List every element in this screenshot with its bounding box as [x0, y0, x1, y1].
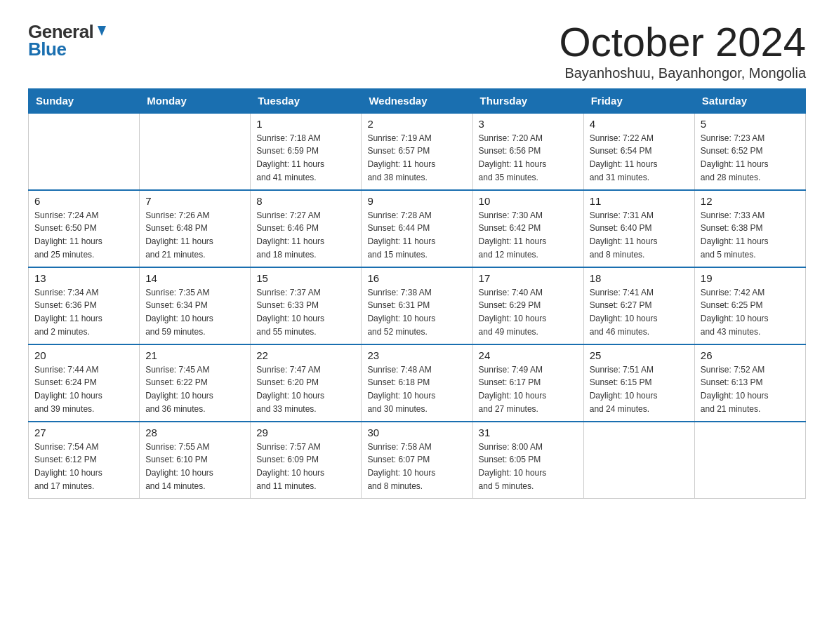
day-info: Sunrise: 8:00 AM Sunset: 6:05 PM Dayligh… [479, 441, 578, 492]
day-info: Sunrise: 7:58 AM Sunset: 6:07 PM Dayligh… [367, 441, 466, 492]
day-number: 23 [367, 349, 466, 361]
day-info: Sunrise: 7:22 AM Sunset: 6:54 PM Dayligh… [590, 132, 689, 184]
day-number: 13 [34, 272, 133, 284]
day-info: Sunrise: 7:28 AM Sunset: 6:44 PM Dayligh… [367, 209, 466, 261]
day-info: Sunrise: 7:27 AM Sunset: 6:46 PM Dayligh… [256, 209, 355, 261]
logo-blue-text: Blue [28, 39, 66, 60]
calendar-week-1: 1Sunrise: 7:18 AM Sunset: 6:59 PM Daylig… [29, 113, 806, 190]
day-info: Sunrise: 7:54 AM Sunset: 6:12 PM Dayligh… [34, 441, 133, 492]
day-info: Sunrise: 7:18 AM Sunset: 6:59 PM Dayligh… [256, 132, 355, 184]
calendar-cell: 7Sunrise: 7:26 AM Sunset: 6:48 PM Daylig… [140, 190, 251, 267]
day-number: 29 [256, 427, 355, 438]
logo: General Blue [28, 21, 110, 60]
day-number: 19 [701, 272, 800, 284]
calendar-cell [694, 422, 805, 499]
logo-arrow-icon [94, 23, 110, 39]
day-number: 15 [256, 272, 355, 284]
day-info: Sunrise: 7:24 AM Sunset: 6:50 PM Dayligh… [34, 209, 133, 261]
calendar-cell: 11Sunrise: 7:31 AM Sunset: 6:40 PM Dayli… [583, 190, 694, 267]
calendar-cell: 26Sunrise: 7:52 AM Sunset: 6:13 PM Dayli… [694, 344, 805, 422]
day-info: Sunrise: 7:38 AM Sunset: 6:31 PM Dayligh… [367, 286, 466, 338]
calendar-cell: 14Sunrise: 7:35 AM Sunset: 6:34 PM Dayli… [140, 267, 251, 344]
day-info: Sunrise: 7:20 AM Sunset: 6:56 PM Dayligh… [479, 132, 578, 184]
calendar-cell: 9Sunrise: 7:28 AM Sunset: 6:44 PM Daylig… [362, 190, 472, 267]
page-header: General Blue October 2024 Bayanhoshuu, B… [28, 21, 806, 81]
day-info: Sunrise: 7:23 AM Sunset: 6:52 PM Dayligh… [701, 132, 800, 184]
day-number: 22 [256, 349, 355, 361]
calendar-cell: 22Sunrise: 7:47 AM Sunset: 6:20 PM Dayli… [251, 344, 362, 422]
day-info: Sunrise: 7:35 AM Sunset: 6:34 PM Dayligh… [145, 286, 244, 338]
day-info: Sunrise: 7:37 AM Sunset: 6:33 PM Dayligh… [256, 286, 355, 338]
calendar-cell: 13Sunrise: 7:34 AM Sunset: 6:36 PM Dayli… [29, 267, 140, 344]
day-info: Sunrise: 7:44 AM Sunset: 6:24 PM Dayligh… [34, 363, 133, 415]
day-number: 8 [256, 195, 355, 207]
calendar-cell: 15Sunrise: 7:37 AM Sunset: 6:33 PM Dayli… [251, 267, 362, 344]
calendar-cell: 20Sunrise: 7:44 AM Sunset: 6:24 PM Dayli… [29, 344, 140, 422]
day-number: 12 [701, 195, 800, 207]
day-info: Sunrise: 7:30 AM Sunset: 6:42 PM Dayligh… [479, 209, 578, 261]
day-number: 30 [367, 427, 466, 438]
calendar-cell: 27Sunrise: 7:54 AM Sunset: 6:12 PM Dayli… [29, 422, 140, 499]
calendar-cell: 24Sunrise: 7:49 AM Sunset: 6:17 PM Dayli… [472, 344, 583, 422]
day-number: 7 [145, 195, 244, 207]
day-number: 17 [479, 272, 578, 284]
day-number: 24 [479, 349, 578, 361]
calendar-cell [140, 113, 251, 190]
day-number: 28 [145, 427, 244, 438]
day-info: Sunrise: 7:33 AM Sunset: 6:38 PM Dayligh… [701, 209, 800, 261]
column-header-monday: Monday [140, 88, 251, 113]
day-number: 3 [479, 118, 578, 130]
calendar-cell [583, 422, 694, 499]
svg-marker-0 [98, 26, 106, 36]
calendar-cell: 28Sunrise: 7:55 AM Sunset: 6:10 PM Dayli… [140, 422, 251, 499]
calendar-cell: 3Sunrise: 7:20 AM Sunset: 6:56 PM Daylig… [472, 113, 583, 190]
day-number: 31 [479, 427, 578, 438]
calendar-cell: 19Sunrise: 7:42 AM Sunset: 6:25 PM Dayli… [694, 267, 805, 344]
day-info: Sunrise: 7:55 AM Sunset: 6:10 PM Dayligh… [145, 441, 244, 492]
calendar-cell [29, 113, 140, 190]
calendar-cell: 6Sunrise: 7:24 AM Sunset: 6:50 PM Daylig… [29, 190, 140, 267]
day-number: 27 [34, 427, 133, 438]
calendar-header-row: SundayMondayTuesdayWednesdayThursdayFrid… [29, 88, 806, 113]
calendar-cell: 25Sunrise: 7:51 AM Sunset: 6:15 PM Dayli… [583, 344, 694, 422]
day-info: Sunrise: 7:45 AM Sunset: 6:22 PM Dayligh… [145, 363, 244, 415]
calendar-table: SundayMondayTuesdayWednesdayThursdayFrid… [28, 88, 806, 499]
column-header-saturday: Saturday [694, 88, 805, 113]
day-info: Sunrise: 7:57 AM Sunset: 6:09 PM Dayligh… [256, 441, 355, 492]
calendar-cell: 2Sunrise: 7:19 AM Sunset: 6:57 PM Daylig… [362, 113, 472, 190]
column-header-thursday: Thursday [472, 88, 583, 113]
calendar-cell: 12Sunrise: 7:33 AM Sunset: 6:38 PM Dayli… [694, 190, 805, 267]
day-number: 18 [590, 272, 689, 284]
calendar-cell: 5Sunrise: 7:23 AM Sunset: 6:52 PM Daylig… [694, 113, 805, 190]
day-number: 10 [479, 195, 578, 207]
page-title: October 2024 [560, 21, 806, 64]
day-info: Sunrise: 7:26 AM Sunset: 6:48 PM Dayligh… [145, 209, 244, 261]
calendar-cell: 18Sunrise: 7:41 AM Sunset: 6:27 PM Dayli… [583, 267, 694, 344]
calendar-cell: 21Sunrise: 7:45 AM Sunset: 6:22 PM Dayli… [140, 344, 251, 422]
day-info: Sunrise: 7:49 AM Sunset: 6:17 PM Dayligh… [479, 363, 578, 415]
day-number: 9 [367, 195, 466, 207]
day-number: 2 [367, 118, 466, 130]
calendar-cell: 16Sunrise: 7:38 AM Sunset: 6:31 PM Dayli… [362, 267, 472, 344]
calendar-cell: 31Sunrise: 8:00 AM Sunset: 6:05 PM Dayli… [472, 422, 583, 499]
day-number: 5 [701, 118, 800, 130]
day-number: 11 [590, 195, 689, 207]
page-subtitle: Bayanhoshuu, Bayanhongor, Mongolia [560, 65, 806, 81]
day-info: Sunrise: 7:41 AM Sunset: 6:27 PM Dayligh… [590, 286, 689, 338]
day-info: Sunrise: 7:40 AM Sunset: 6:29 PM Dayligh… [479, 286, 578, 338]
day-info: Sunrise: 7:51 AM Sunset: 6:15 PM Dayligh… [590, 363, 689, 415]
day-info: Sunrise: 7:52 AM Sunset: 6:13 PM Dayligh… [701, 363, 800, 415]
column-header-sunday: Sunday [29, 88, 140, 113]
day-info: Sunrise: 7:34 AM Sunset: 6:36 PM Dayligh… [34, 286, 133, 338]
title-block: October 2024 Bayanhoshuu, Bayanhongor, M… [560, 21, 806, 81]
calendar-cell: 17Sunrise: 7:40 AM Sunset: 6:29 PM Dayli… [472, 267, 583, 344]
day-number: 4 [590, 118, 689, 130]
day-info: Sunrise: 7:31 AM Sunset: 6:40 PM Dayligh… [590, 209, 689, 261]
day-number: 16 [367, 272, 466, 284]
calendar-week-2: 6Sunrise: 7:24 AM Sunset: 6:50 PM Daylig… [29, 190, 806, 267]
calendar-week-3: 13Sunrise: 7:34 AM Sunset: 6:36 PM Dayli… [29, 267, 806, 344]
day-info: Sunrise: 7:19 AM Sunset: 6:57 PM Dayligh… [367, 132, 466, 184]
day-number: 25 [590, 349, 689, 361]
calendar-cell: 1Sunrise: 7:18 AM Sunset: 6:59 PM Daylig… [251, 113, 362, 190]
calendar-week-5: 27Sunrise: 7:54 AM Sunset: 6:12 PM Dayli… [29, 422, 806, 499]
